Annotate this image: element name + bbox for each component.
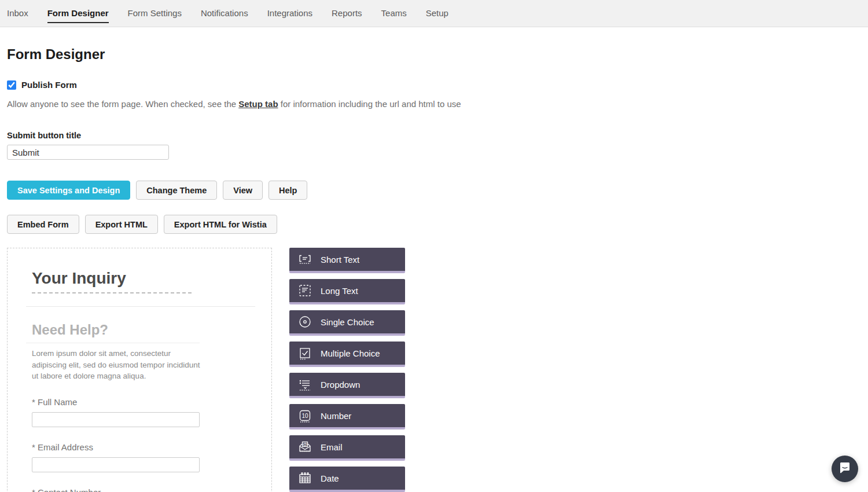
preview-field-full-name[interactable]: * Full Name <box>32 397 271 427</box>
tab-reports[interactable]: Reports <box>332 0 362 22</box>
export-html-button[interactable]: Export HTML <box>85 215 158 234</box>
palette-short-text[interactable]: Short Text <box>289 248 405 273</box>
form-preview-canvas[interactable]: Your Inquiry Need Help? Lorem ipsum dolo… <box>7 248 272 492</box>
change-theme-button[interactable]: Change Theme <box>136 181 217 200</box>
main-content: Form Designer Publish Form Allow anyone … <box>0 46 868 492</box>
help-button[interactable]: Help <box>269 181 307 200</box>
palette-item-label: Single Choice <box>321 317 374 327</box>
embed-form-button[interactable]: Embed Form <box>7 215 79 234</box>
palette-dropdown[interactable]: Dropdown <box>289 373 405 398</box>
palette-multiple-choice[interactable]: Multiple Choice <box>289 342 405 367</box>
preview-field-email-address[interactable]: * Email Address <box>32 442 271 472</box>
palette-item-label: Date <box>321 473 339 483</box>
field-label: * Contact Number <box>32 487 271 492</box>
publish-form-label: Publish Form <box>21 80 77 90</box>
palette-single-choice[interactable]: Single Choice <box>289 310 405 336</box>
palette-number[interactable]: 10 Number <box>289 404 405 429</box>
tab-inbox[interactable]: Inbox <box>7 0 28 22</box>
publish-form-checkbox[interactable] <box>7 80 16 90</box>
date-icon <box>297 470 313 486</box>
field-label: * Email Address <box>32 442 271 452</box>
save-settings-button[interactable]: Save Settings and Design <box>7 181 130 200</box>
publish-description-after: for information including the url and ht… <box>278 99 461 109</box>
export-html-wistia-button[interactable]: Export HTML for Wistia <box>164 215 277 234</box>
tab-form-settings[interactable]: Form Settings <box>128 0 182 22</box>
palette-long-text[interactable]: Long Text <box>289 279 405 304</box>
preview-field-contact-number[interactable]: * Contact Number <box>32 487 271 492</box>
palette-email[interactable]: @ Email <box>289 435 405 461</box>
svg-text:10: 10 <box>301 413 308 419</box>
tab-setup[interactable]: Setup <box>426 0 448 22</box>
chat-launcher-button[interactable] <box>832 456 858 482</box>
palette-date[interactable]: Date <box>289 467 405 492</box>
publish-description: Allow anyone to see the form page. When … <box>7 99 861 109</box>
palette-item-label: Number <box>321 411 351 421</box>
short-text-icon <box>297 251 313 267</box>
palette-item-label: Long Text <box>321 286 358 296</box>
tab-integrations[interactable]: Integrations <box>267 0 312 22</box>
submit-button-title-input[interactable] <box>7 145 169 160</box>
email-icon: @ <box>297 439 313 455</box>
tab-notifications[interactable]: Notifications <box>201 0 248 22</box>
number-icon: 10 <box>297 407 313 424</box>
palette-item-label: Email <box>321 442 343 452</box>
setup-tab-link[interactable]: Setup tab <box>238 99 278 109</box>
svg-text:@: @ <box>303 442 307 447</box>
dropdown-icon <box>297 376 313 392</box>
email-address-input[interactable] <box>32 457 200 472</box>
chat-bubble-icon <box>838 461 852 477</box>
tab-teams[interactable]: Teams <box>381 0 407 22</box>
palette-item-label: Short Text <box>321 255 359 265</box>
view-button[interactable]: View <box>223 181 263 200</box>
full-name-input[interactable] <box>32 412 200 427</box>
single-choice-icon <box>297 314 313 330</box>
form-title-editable[interactable]: Your Inquiry <box>32 269 192 293</box>
long-text-icon <box>297 282 313 299</box>
help-section-divider <box>26 343 200 343</box>
page-title: Form Designer <box>7 46 861 63</box>
submit-button-title-label: Submit button title <box>7 131 861 140</box>
publish-description-before: Allow anyone to see the form page. When … <box>7 99 238 109</box>
toolbar: Save Settings and Design Change Theme Vi… <box>7 181 861 200</box>
palette-item-label: Dropdown <box>321 380 360 390</box>
help-section-text[interactable]: Lorem ipsum dolor sit amet, consectetur … <box>32 348 205 382</box>
top-nav: Inbox Form Designer Form Settings Notifi… <box>0 0 868 27</box>
multiple-choice-icon <box>297 345 313 361</box>
export-toolbar: Embed Form Export HTML Export HTML for W… <box>7 215 861 234</box>
tab-form-designer[interactable]: Form Designer <box>47 0 109 23</box>
field-palette: Short Text Long Text <box>289 248 405 492</box>
field-label: * Full Name <box>32 397 271 407</box>
help-section-heading[interactable]: Need Help? <box>32 322 271 338</box>
preview-divider <box>26 306 255 307</box>
palette-item-label: Multiple Choice <box>321 348 380 358</box>
